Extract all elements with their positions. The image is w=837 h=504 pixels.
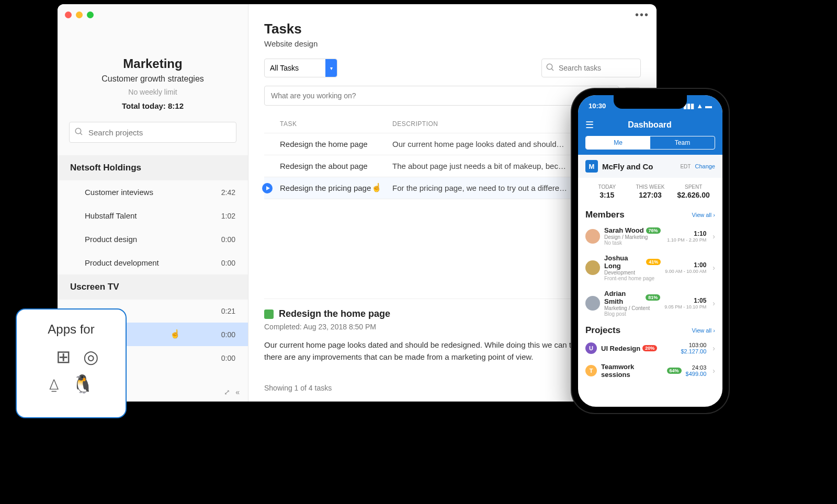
project-name: Hubstaff Talent (85, 211, 137, 220)
activity-badge: 64% (667, 368, 682, 374)
project-time: 0:00 (221, 235, 235, 244)
member-time: 1:00 (665, 261, 706, 269)
phone-header: ☰ Dashboard Me Team (578, 116, 722, 155)
chevron-right-icon: › (712, 264, 715, 272)
desktop-app-window: ••• Marketing Customer growth strategies… (58, 4, 657, 402)
member-row[interactable]: Sarah Wood 76% Design / Marketing No tas… (578, 222, 722, 250)
member-name: Adrian Smith 81% (604, 290, 660, 305)
project-item[interactable]: Product development0:00 (58, 251, 248, 274)
segment-team[interactable]: Team (650, 136, 715, 149)
apps-popup-title: Apps for (25, 322, 117, 337)
project-time: 24:03 (686, 364, 707, 371)
task-name: Redesign the home page (280, 140, 392, 148)
member-time-range: 1.10 PM - 2.20 PM (667, 237, 706, 243)
chevron-down-icon: ▾ (325, 59, 337, 77)
avatar (585, 260, 600, 275)
stat-spent: SPENT$2.626.00 (672, 184, 715, 199)
member-info: Joshua Long 41% Development Front-end ho… (604, 254, 661, 281)
project-stats: 24:03 $499.00 (686, 364, 707, 377)
search-tasks-input[interactable] (541, 59, 641, 77)
play-icon[interactable] (262, 183, 273, 193)
project-row[interactable]: U UI Redesign 20% 103:00 $2.127.00 › (578, 338, 722, 359)
stat-week: THIS WEEK127:03 (629, 184, 672, 199)
project-name: Teamwork sessions 64% (601, 363, 682, 379)
search-projects-input[interactable] (69, 122, 236, 143)
avatar (585, 229, 600, 244)
project-name: Customer inteviews (85, 188, 153, 197)
project-item[interactable]: Hubstaff Talent1:02 (58, 204, 248, 227)
project-name: Product design (85, 235, 137, 244)
organization-row[interactable]: M McFly and Co EDT Change (578, 155, 722, 178)
project-time: 1:02 (221, 212, 235, 220)
status-indicators: ▮▮▮ ▲ ▬ (683, 102, 712, 110)
org-change-link[interactable]: Change (695, 163, 715, 169)
project-time: 0:00 (221, 259, 235, 267)
project-item[interactable]: Customer inteviews2:42 (58, 180, 248, 204)
project-title: Marketing (68, 56, 237, 71)
maximize-window-button[interactable] (87, 12, 94, 18)
member-row[interactable]: Joshua Long 41% Development Front-end ho… (578, 250, 722, 285)
stat-today: TODAY3:15 (585, 184, 629, 199)
member-time-block: 1:05 9.05 PM - 10.10 PM (664, 297, 706, 310)
wifi-icon: ▲ (696, 102, 703, 110)
traffic-lights (65, 12, 94, 18)
members-title: Members (585, 210, 625, 220)
hamburger-menu-icon[interactable]: ☰ (585, 119, 594, 131)
windows-icon[interactable]: ⊞ (56, 346, 71, 367)
project-row[interactable]: T Teamwork sessions 64% 24:03 $499.00 › (578, 359, 722, 383)
member-task: No task (604, 240, 663, 246)
member-time-block: 1:00 9.00 AM - 10.00 AM (665, 261, 706, 274)
member-info: Adrian Smith 81% Marketing / Content Blo… (604, 290, 660, 317)
svg-point-0 (75, 128, 81, 134)
view-all-link[interactable]: View all › (692, 327, 715, 334)
group-header[interactable]: Uscreen TV (58, 274, 248, 300)
activity-badge: 41% (646, 259, 661, 265)
linux-icon[interactable]: 🐧 (72, 373, 94, 394)
search-projects-container (69, 122, 236, 143)
task-filter-select[interactable]: All Tasks ▾ (264, 59, 337, 77)
member-name: Joshua Long 41% (604, 254, 661, 270)
project-item[interactable]: Product design0:00 (58, 227, 248, 251)
project-time: 0:00 (221, 330, 235, 339)
stat-value: 3:15 (585, 191, 629, 199)
filter-label: All Tasks (270, 64, 299, 72)
view-all-link[interactable]: View all › (692, 212, 715, 218)
chrome-icon[interactable]: ◎ (83, 346, 99, 367)
stat-value: $2.626.00 (672, 191, 715, 199)
project-time: 0:21 (221, 307, 235, 315)
group-header[interactable]: Netsoft Holdings (58, 155, 248, 180)
member-row[interactable]: Adrian Smith 81% Marketing / Content Blo… (578, 285, 722, 321)
toolbar: All Tasks ▾ (264, 59, 641, 77)
project-dot-icon: U (585, 342, 597, 354)
org-name: McFly and Co (602, 162, 676, 171)
member-time: 1:05 (664, 297, 706, 304)
project-name: UI Redesign 20% (601, 345, 676, 352)
page-title: Tasks (264, 21, 641, 37)
projects-title: Projects (585, 325, 620, 336)
close-window-button[interactable] (65, 12, 72, 18)
search-icon (546, 63, 555, 74)
dashboard-title: Dashboard (594, 120, 706, 130)
member-time-range: 9.05 PM - 10.10 PM (664, 304, 706, 310)
project-time: 103:00 (681, 342, 706, 348)
minimize-window-button[interactable] (76, 12, 83, 18)
column-task: TASK (280, 120, 392, 128)
chevron-left-icon[interactable]: « (235, 388, 240, 396)
project-dot-icon: T (585, 365, 597, 376)
activity-badge: 81% (646, 294, 660, 301)
member-task: Blog post (604, 311, 660, 317)
chevron-right-icon: › (712, 232, 715, 240)
member-project: Design / Marketing (604, 234, 663, 240)
stats-row: TODAY3:15 THIS WEEK127:03 SPENT$2.626.00 (578, 178, 722, 205)
search-tasks-container (541, 59, 641, 77)
stat-value: 127:03 (629, 191, 672, 199)
stat-label: SPENT (672, 184, 715, 190)
segment-me[interactable]: Me (586, 136, 650, 149)
android-icon[interactable]: ⍙ (49, 373, 59, 394)
task-name: Redesign the about page (280, 162, 392, 170)
members-section: Members View all › (578, 205, 722, 222)
collapse-icon[interactable]: ⤢ (224, 388, 230, 396)
avatar (585, 296, 600, 311)
working-on-input[interactable] (264, 86, 619, 106)
member-time: 1:10 (667, 230, 706, 237)
